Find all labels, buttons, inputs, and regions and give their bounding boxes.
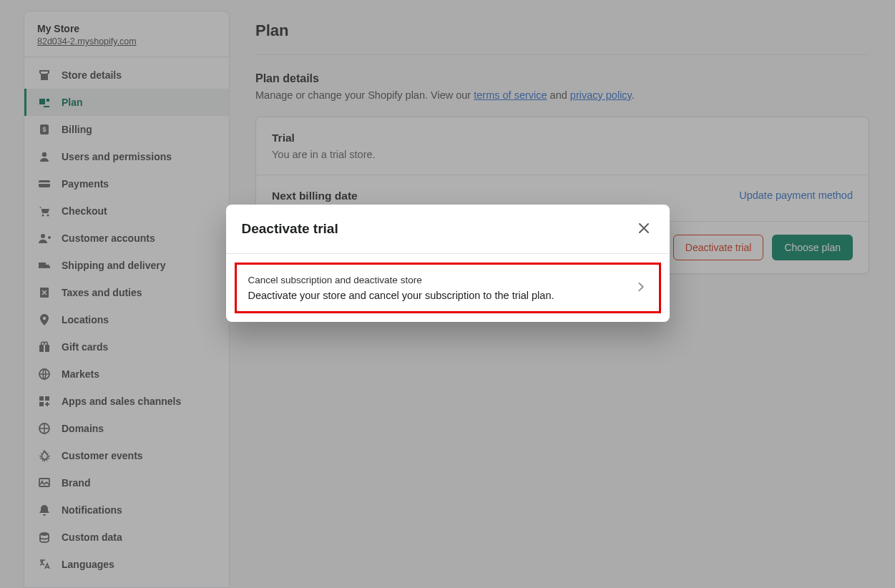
option-title: Cancel subscription and deactivate store bbox=[248, 275, 554, 285]
deactivate-trial-modal: Deactivate trial Cancel subscription and… bbox=[226, 205, 670, 322]
modal-header: Deactivate trial bbox=[226, 205, 670, 254]
modal-overlay[interactable]: Deactivate trial Cancel subscription and… bbox=[0, 0, 895, 588]
modal-body: Cancel subscription and deactivate store… bbox=[226, 254, 670, 322]
cancel-subscription-option[interactable]: Cancel subscription and deactivate store… bbox=[235, 263, 661, 313]
option-description: Deactivate your store and cancel your su… bbox=[248, 290, 554, 301]
modal-close-button[interactable] bbox=[634, 219, 654, 239]
chevron-right-icon bbox=[635, 280, 647, 296]
modal-title: Deactivate trial bbox=[242, 221, 338, 237]
close-icon bbox=[637, 221, 651, 237]
